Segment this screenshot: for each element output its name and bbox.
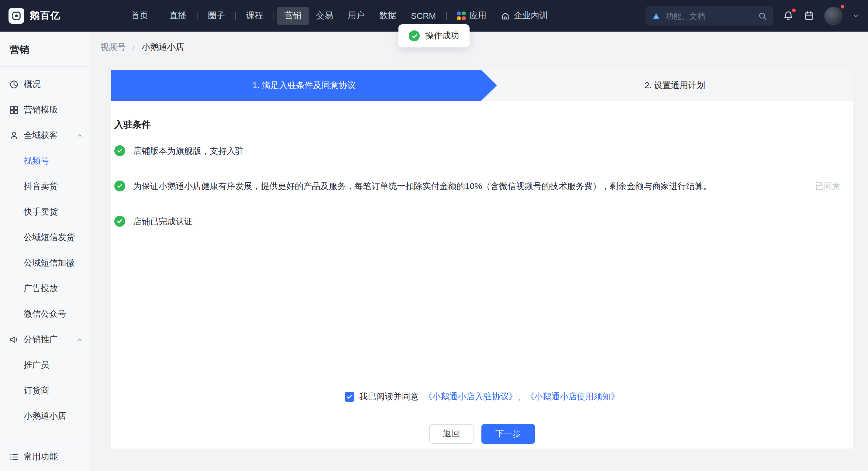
agreement-links: 《小鹅通小店入驻协议》 、 《小鹅通小店使用须知》 bbox=[424, 391, 619, 402]
sidebar-item-kuaishou[interactable]: 快手卖货 bbox=[0, 199, 91, 225]
chevron-down-icon[interactable] bbox=[852, 12, 860, 20]
nav-item-home[interactable]: 首页 bbox=[124, 7, 156, 25]
condition-text: 店铺版本为旗舰版，支持入驻 bbox=[133, 145, 841, 157]
grid-icon bbox=[9, 105, 19, 115]
condition-text: 店铺已完成认证 bbox=[133, 215, 841, 227]
wizard-step-1: 1. 满足入驻条件及同意协议 bbox=[111, 70, 497, 101]
nav-item-user[interactable]: 用户 bbox=[340, 7, 372, 25]
condition-status: 已同意 bbox=[815, 180, 841, 192]
sidebar-group-label: 分销推广 bbox=[24, 334, 58, 345]
chevron-up-icon bbox=[76, 336, 83, 343]
main-content: 视频号 小鹅通小店 1. 满足入驻条件及同意协议 2. 设置通用计划 入驻条件 … bbox=[91, 32, 868, 471]
nav-separator bbox=[274, 12, 274, 20]
nav-separator bbox=[197, 12, 197, 20]
avatar-badge bbox=[841, 5, 844, 8]
nav-item-enterprise-label: 企业内训 bbox=[514, 10, 548, 21]
success-toast: 操作成功 bbox=[398, 24, 470, 48]
breadcrumb-current: 小鹅通小店 bbox=[142, 42, 184, 53]
condition-row: 为保证小鹅通小店健康有序发展，提供更好的产品及服务，每笔订单统一扣除实付金额的1… bbox=[111, 168, 853, 203]
page-body: 营销 概况 营销模版 全域获客 bbox=[0, 32, 868, 471]
sidebar-group-distribution[interactable]: 分销推广 bbox=[0, 327, 91, 352]
sidebar-item-ads[interactable]: 广告投放 bbox=[0, 276, 91, 302]
back-button[interactable]: 返回 bbox=[429, 424, 474, 444]
building-icon bbox=[501, 11, 510, 20]
nav-item-trade[interactable]: 交易 bbox=[309, 7, 340, 25]
sidebar-item-label: 常用功能 bbox=[24, 451, 58, 462]
search-brand-icon bbox=[652, 11, 661, 20]
sidebar-item-label: 概况 bbox=[24, 79, 41, 90]
card-footer: 返回 下一步 bbox=[111, 419, 853, 448]
app-logo-icon bbox=[8, 8, 24, 24]
onboarding-card: 1. 满足入驻条件及同意协议 2. 设置通用计划 入驻条件 店铺版本为旗舰版，支… bbox=[111, 70, 853, 448]
check-circle-icon bbox=[114, 145, 125, 156]
sidebar-item-templates[interactable]: 营销模版 bbox=[0, 97, 91, 123]
topbar-right bbox=[646, 6, 860, 26]
agreement-checkbox[interactable] bbox=[345, 392, 354, 402]
nav-separator bbox=[235, 12, 236, 20]
nav-item-live[interactable]: 直播 bbox=[162, 7, 194, 25]
calendar-icon[interactable] bbox=[804, 10, 814, 21]
sidebar-item-wholesaler[interactable]: 订货商 bbox=[0, 378, 91, 404]
sidebar-item-douyin[interactable]: 抖音卖货 bbox=[0, 174, 91, 199]
megaphone-icon bbox=[9, 335, 19, 345]
sidebar: 营销 概况 营销模版 全域获客 bbox=[0, 32, 91, 471]
sidebar-item-overview[interactable]: 概况 bbox=[0, 72, 91, 97]
success-icon bbox=[409, 30, 420, 41]
pie-chart-icon bbox=[9, 80, 19, 89]
app-logo[interactable]: 鹅百亿 bbox=[8, 8, 61, 24]
nav-item-course[interactable]: 课程 bbox=[239, 7, 271, 25]
nav-separator bbox=[159, 12, 159, 20]
app-grid-icon bbox=[457, 11, 466, 20]
app-window: 鹅百亿 首页 直播 圈子 课程 营销 交易 用户 数据 SCRM 应用 bbox=[0, 0, 868, 471]
sidebar-item-common-functions[interactable]: 常用功能 bbox=[0, 442, 91, 471]
avatar bbox=[824, 7, 842, 25]
app-title: 鹅百亿 bbox=[30, 9, 61, 22]
next-step-button[interactable]: 下一步 bbox=[482, 424, 535, 444]
list-icon bbox=[9, 452, 19, 462]
sidebar-item-wechat-official[interactable]: 微信公众号 bbox=[0, 302, 91, 327]
nav-item-apps[interactable]: 应用 bbox=[450, 7, 494, 25]
sidebar-item-promoter[interactable]: 推广员 bbox=[0, 352, 91, 378]
nav-item-scrm[interactable]: SCRM bbox=[404, 7, 443, 24]
chevron-up-icon bbox=[76, 132, 83, 139]
sidebar-item-sms-delivery[interactable]: 公域短信发货 bbox=[0, 225, 91, 250]
global-search bbox=[646, 6, 773, 26]
nav-item-circle[interactable]: 圈子 bbox=[200, 7, 232, 25]
user-avatar[interactable] bbox=[824, 7, 842, 25]
agreement-link-entry[interactable]: 《小鹅通小店入驻协议》 bbox=[424, 391, 517, 402]
agreement-separator: 、 bbox=[517, 391, 526, 402]
sidebar-item-label: 营销模版 bbox=[24, 104, 58, 116]
condition-row: 店铺版本为旗舰版，支持入驻 bbox=[111, 133, 853, 168]
wizard-step-2: 2. 设置通用计划 bbox=[497, 70, 853, 101]
sidebar-group-label: 全域获客 bbox=[24, 130, 58, 141]
sidebar-item-sms-wechat[interactable]: 公域短信加微 bbox=[0, 250, 91, 276]
nav-item-data[interactable]: 数据 bbox=[372, 7, 404, 25]
sidebar-title: 营销 bbox=[0, 39, 91, 67]
search-icon[interactable] bbox=[758, 11, 767, 20]
toast-message: 操作成功 bbox=[425, 30, 459, 41]
sidebar-item-video-account[interactable]: 视频号 bbox=[0, 148, 91, 174]
sidebar-item-xiaoe-shop[interactable]: 小鹅通小店 bbox=[0, 404, 91, 429]
nav-separator bbox=[446, 12, 447, 20]
agreement-row: 我已阅读并同意 《小鹅通小店入驻协议》 、 《小鹅通小店使用须知》 bbox=[111, 391, 853, 403]
condition-text: 为保证小鹅通小店健康有序发展，提供更好的产品及服务，每笔订单统一扣除实付金额的1… bbox=[133, 180, 798, 192]
nav-item-apps-label: 应用 bbox=[469, 10, 486, 21]
search-input[interactable] bbox=[665, 11, 753, 20]
breadcrumb-parent[interactable]: 视频号 bbox=[100, 42, 126, 53]
notification-bell-icon[interactable] bbox=[783, 10, 794, 21]
notification-badge bbox=[792, 8, 796, 12]
nav-item-marketing[interactable]: 营销 bbox=[277, 7, 309, 25]
wizard-steps: 1. 满足入驻条件及同意协议 2. 设置通用计划 bbox=[111, 70, 853, 101]
sidebar-group-acquisition[interactable]: 全域获客 bbox=[0, 123, 91, 148]
person-icon bbox=[9, 131, 19, 140]
chevron-right-icon bbox=[130, 44, 137, 51]
check-circle-icon bbox=[114, 216, 125, 227]
breadcrumb: 视频号 小鹅通小店 bbox=[100, 41, 853, 54]
section-title: 入驻条件 bbox=[111, 119, 853, 131]
nav-item-enterprise-training[interactable]: 企业内训 bbox=[494, 7, 555, 25]
main-nav: 首页 直播 圈子 课程 营销 交易 用户 数据 SCRM 应用 企业内训 bbox=[124, 7, 555, 25]
agreement-prefix: 我已阅读并同意 bbox=[359, 391, 419, 402]
check-circle-icon bbox=[114, 181, 125, 191]
condition-row: 店铺已完成认证 bbox=[111, 203, 853, 239]
agreement-link-usage[interactable]: 《小鹅通小店使用须知》 bbox=[526, 391, 619, 402]
